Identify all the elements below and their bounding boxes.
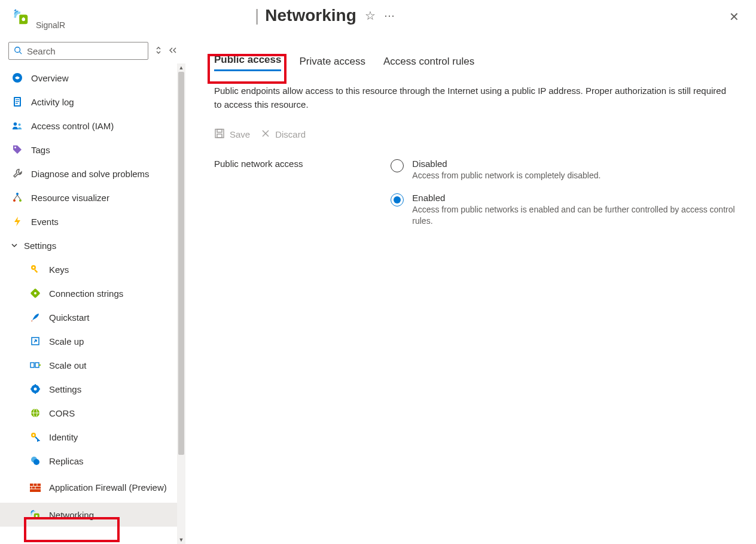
sidebar-item-label: Connection strings (49, 288, 123, 299)
scroll-down-icon[interactable]: ▼ (177, 536, 185, 544)
discard-button[interactable]: Discard (261, 129, 306, 140)
sidebar-item-diagnose[interactable]: Diagnose and solve problems (0, 162, 185, 186)
sidebar-item-label: Resource visualizer (31, 193, 109, 203)
sidebar-item-events[interactable]: Events (0, 209, 185, 233)
expand-collapse-icon[interactable] (153, 46, 164, 56)
sidebar-item-overview[interactable]: Overview (0, 66, 185, 90)
radio-title: Enabled (412, 193, 742, 203)
rocket-icon (30, 312, 41, 323)
sidebar-scrollbar[interactable]: ▲ ▼ (177, 63, 185, 544)
svg-rect-25 (35, 363, 39, 367)
nav-list: Overview Activity log Access control (IA… (0, 63, 185, 527)
chevron-down-icon (11, 241, 18, 251)
svg-point-22 (34, 292, 36, 294)
radio-icon (391, 159, 404, 172)
svg-point-27 (34, 388, 37, 391)
tab-bar: Public access Private access Access cont… (214, 54, 742, 71)
radio-title: Disabled (412, 159, 600, 169)
svg-rect-1 (23, 17, 24, 19)
svg-rect-30 (31, 388, 32, 390)
lightning-icon (12, 216, 23, 227)
brand-label: SignalR (36, 20, 65, 30)
svg-point-47 (36, 515, 38, 517)
main-panel: | Networking ☆ ⋯ ✕ Public access Private… (185, 0, 756, 544)
radio-enabled[interactable]: Enabled Access from public networks is e… (391, 193, 742, 227)
sidebar-item-networking[interactable]: Networking (0, 503, 185, 527)
search-icon (14, 46, 22, 56)
discard-icon (261, 129, 270, 140)
sidebar-item-identity[interactable]: Identity (0, 425, 185, 449)
svg-rect-24 (31, 363, 34, 367)
sidebar-item-label: Tags (31, 145, 50, 155)
gear-icon (30, 384, 41, 394)
globe-icon (30, 408, 41, 418)
sidebar-item-resource-visualizer[interactable]: Resource visualizer (0, 186, 185, 209)
svg-rect-8 (16, 101, 19, 102)
networking-icon (30, 509, 41, 520)
sidebar-item-activity-log[interactable]: Activity log (0, 90, 185, 114)
sidebar-item-label: Scale up (49, 336, 84, 347)
sidebar-item-access-control[interactable]: Access control (IAM) (0, 114, 185, 138)
sidebar-item-connection-strings[interactable]: Connection strings (0, 281, 185, 305)
sidebar-item-tags[interactable]: Tags (0, 138, 185, 162)
svg-rect-20 (34, 269, 38, 273)
sidebar-item-label: Keys (49, 265, 69, 275)
close-button[interactable]: ✕ (729, 10, 739, 24)
svg-rect-50 (217, 134, 222, 138)
sidebar-item-settings[interactable]: Settings (0, 377, 185, 401)
sidebar-item-firewall[interactable]: Application Firewall (Preview) (0, 473, 185, 503)
scaleup-icon (30, 336, 41, 347)
sidebar-item-label: Scale out (49, 360, 87, 370)
svg-point-19 (33, 267, 35, 269)
page-title: | Networking (255, 6, 356, 25)
tab-private-access[interactable]: Private access (299, 56, 365, 71)
log-icon (12, 96, 23, 107)
radio-disabled[interactable]: Disabled Access from public network is c… (391, 159, 742, 182)
sidebar-item-keys[interactable]: Keys (0, 257, 185, 281)
radio-desc: Access from public networks is enabled a… (412, 204, 742, 227)
favorite-star-icon[interactable]: ☆ (365, 8, 376, 23)
svg-rect-31 (38, 388, 40, 390)
svg-rect-9 (16, 103, 18, 104)
search-input[interactable] (27, 46, 143, 56)
tab-public-access[interactable]: Public access (214, 54, 281, 71)
scrollbar-thumb[interactable] (178, 72, 184, 455)
signalr-icon (12, 8, 29, 25)
sidebar-item-scale-up[interactable]: Scale up (0, 329, 185, 353)
sidebar-item-scale-out[interactable]: Scale out (0, 353, 185, 377)
firewall-icon (30, 482, 41, 493)
sidebar-item-quickstart[interactable]: Quickstart (0, 305, 185, 329)
tag-icon (12, 144, 23, 155)
svg-point-13 (16, 193, 19, 195)
sidebar-group-settings[interactable]: Settings (0, 233, 185, 257)
tab-description: Public endpoints allow access to this re… (214, 84, 734, 111)
save-icon (214, 128, 225, 141)
identity-icon (30, 431, 41, 442)
search-box[interactable] (8, 42, 148, 60)
form-label-public-access: Public network access (214, 159, 391, 227)
connection-icon (30, 288, 41, 299)
sidebar-item-label: Application Firewall (Preview) (49, 482, 167, 494)
sidebar-item-label: Diagnose and solve problems (31, 169, 150, 179)
sidebar-item-label: Activity log (31, 97, 74, 107)
people-icon (12, 120, 23, 131)
save-button[interactable]: Save (214, 128, 250, 141)
svg-rect-48 (215, 129, 224, 138)
sidebar-item-label: Settings (49, 384, 81, 394)
radio-icon (391, 193, 404, 206)
sidebar-item-cors[interactable]: CORS (0, 401, 185, 425)
svg-point-2 (15, 47, 20, 52)
svg-point-10 (14, 123, 17, 126)
replicas-icon (30, 455, 41, 466)
save-label: Save (230, 129, 250, 139)
scroll-up-icon[interactable]: ▲ (177, 63, 185, 72)
page-title-text: Networking (265, 6, 356, 25)
sidebar: SignalR (0, 0, 185, 544)
svg-line-17 (17, 195, 20, 199)
collapse-sidebar-icon[interactable] (169, 47, 177, 56)
svg-point-38 (33, 459, 39, 465)
sidebar-item-replicas[interactable]: Replicas (0, 449, 185, 473)
tab-access-control-rules[interactable]: Access control rules (383, 56, 474, 71)
svg-rect-7 (16, 99, 19, 100)
more-menu-icon[interactable]: ⋯ (384, 9, 395, 22)
